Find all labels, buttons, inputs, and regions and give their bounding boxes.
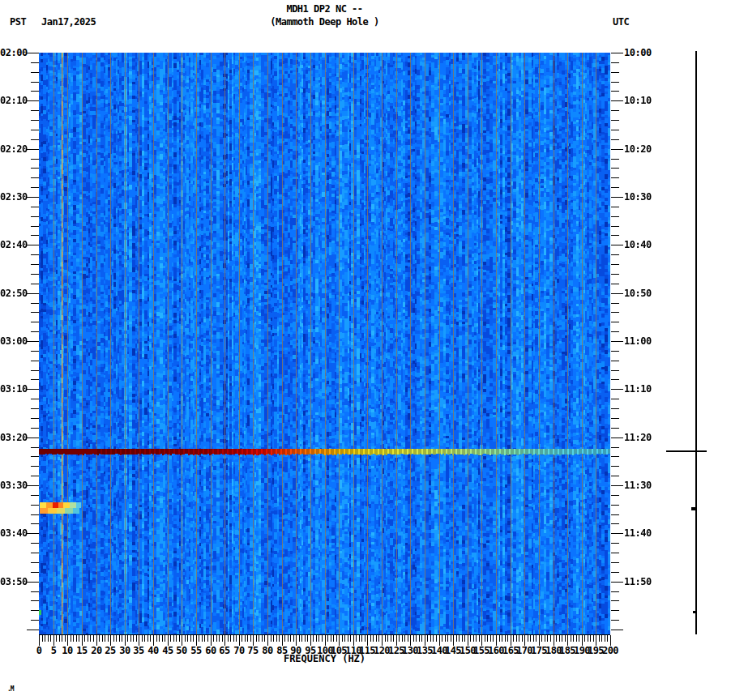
freq-tick — [599, 635, 600, 642]
freq-tick — [213, 635, 214, 642]
right-time-label: 11:10 — [624, 383, 652, 395]
freq-tick — [199, 635, 199, 642]
left-time-label: 03:10 — [0, 383, 28, 395]
freq-tick — [256, 635, 257, 642]
corner-mark: .M — [7, 685, 14, 693]
freq-tick — [71, 635, 71, 642]
freq-tick — [150, 635, 151, 642]
left-time-tick — [31, 168, 39, 169]
freq-tick — [316, 635, 317, 642]
freq-tick — [541, 635, 542, 642]
left-time-tick — [31, 351, 39, 352]
left-time-tick — [27, 245, 39, 245]
right-time-tick — [611, 447, 619, 448]
freq-tick — [571, 635, 571, 642]
amplitude-event-deflection-large — [666, 450, 707, 452]
right-time-tick — [611, 303, 619, 304]
left-time-tick — [31, 284, 39, 284]
freq-tick — [273, 635, 274, 642]
freq-tick — [430, 635, 431, 642]
freq-tick — [565, 635, 566, 642]
right-time-tick — [611, 591, 619, 592]
right-time-label: 11:40 — [624, 527, 652, 539]
freq-tick — [436, 635, 437, 642]
freq-tick — [159, 635, 160, 642]
left-time-tick — [31, 207, 39, 207]
left-time-tick — [31, 562, 39, 563]
left-time-tick — [31, 226, 39, 227]
freq-tick — [305, 635, 306, 642]
right-time-tick — [611, 293, 623, 294]
freq-tick — [373, 635, 374, 642]
freq-tick — [207, 635, 208, 642]
right-time-tick — [611, 495, 619, 496]
freq-tick — [130, 635, 131, 642]
freq-tick — [399, 635, 400, 642]
right-time-tick — [611, 120, 619, 121]
freq-tick — [344, 635, 345, 642]
timezone-left-label: PST — [10, 16, 26, 28]
left-time-label: 02:00 — [0, 47, 28, 58]
left-time-tick — [27, 533, 39, 534]
right-time-label: 10:50 — [624, 288, 652, 299]
freq-tick — [485, 635, 485, 642]
right-time-tick — [611, 610, 619, 611]
right-time-tick — [611, 600, 619, 601]
freq-tick — [116, 635, 117, 642]
left-time-tick — [31, 447, 39, 448]
left-time-tick — [27, 149, 39, 150]
right-time-tick — [611, 533, 623, 534]
left-time-tick — [31, 523, 39, 524]
freq-tick — [73, 635, 74, 642]
right-time-tick — [611, 82, 619, 83]
right-time-label: 11:20 — [624, 432, 652, 443]
left-time-tick — [27, 438, 39, 438]
freq-tick — [528, 635, 528, 642]
left-time-tick — [31, 505, 39, 506]
freq-tick — [456, 635, 457, 642]
freq-tick — [333, 635, 334, 642]
left-time-tick — [31, 82, 39, 83]
freq-tick — [322, 635, 323, 642]
freq-tick — [45, 635, 45, 642]
left-time-tick — [27, 293, 39, 294]
right-time-tick — [611, 523, 619, 524]
left-time-tick — [31, 312, 39, 313]
freq-tick — [250, 635, 251, 642]
amplitude-event-deflection-small — [691, 507, 697, 510]
left-time-tick — [31, 177, 39, 178]
left-time-tick — [31, 130, 39, 130]
left-time-label: 03:30 — [0, 480, 28, 491]
right-time-tick — [611, 408, 619, 409]
right-time-tick — [611, 197, 623, 198]
freq-tick — [236, 635, 237, 642]
freq-tick — [590, 635, 591, 642]
right-time-tick — [611, 177, 619, 178]
freq-tick — [284, 635, 285, 642]
freq-tick — [113, 635, 114, 642]
freq-tick — [219, 635, 220, 642]
freq-tick — [336, 635, 337, 642]
left-time-tick — [31, 274, 39, 275]
right-time-label: 10:40 — [624, 239, 652, 250]
freq-tick — [419, 635, 420, 642]
freq-tick — [348, 635, 348, 642]
right-time-label: 10:10 — [624, 95, 652, 106]
freq-tick — [122, 635, 122, 642]
freq-tick — [271, 635, 271, 642]
left-time-tick — [31, 110, 39, 111]
freq-tick — [519, 635, 519, 642]
left-time-tick — [31, 254, 39, 255]
freq-tick — [79, 635, 79, 642]
left-time-tick — [31, 72, 39, 73]
freq-tick — [536, 635, 536, 642]
right-time-tick — [611, 572, 619, 573]
freq-tick — [350, 635, 351, 642]
freq-tick — [607, 635, 608, 642]
left-time-tick — [31, 495, 39, 496]
left-time-tick — [31, 514, 39, 515]
freq-tick — [327, 635, 328, 642]
freq-tick — [144, 635, 145, 642]
left-time-tick — [31, 476, 39, 476]
freq-tick — [342, 635, 343, 642]
